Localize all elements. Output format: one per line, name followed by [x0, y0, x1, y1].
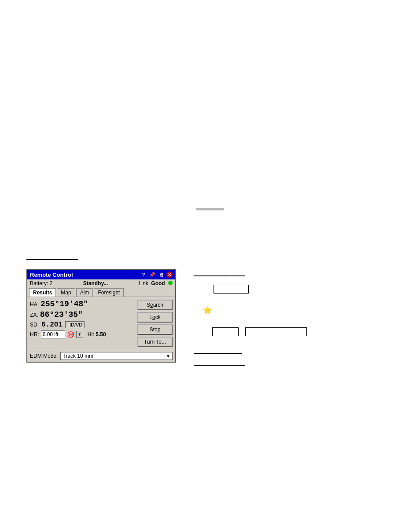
- rc-hr-row: HR: 🎯 ▼ HI: 5.50: [30, 330, 135, 338]
- rc-close-button[interactable]: ✕: [166, 272, 173, 278]
- rc-link-dot: [168, 281, 173, 285]
- rc-title: Remote Control: [30, 272, 140, 278]
- rc-copy-icon[interactable]: ⎘: [158, 271, 165, 278]
- star-icon: ⭐: [203, 303, 212, 317]
- bottom-link2[interactable]: _______________: [194, 358, 394, 366]
- rc-hr-input[interactable]: [41, 330, 65, 338]
- rc-ha-row: HA: 255°19'48": [30, 300, 135, 308]
- rc-sd-label: SD:: [30, 322, 39, 328]
- bullet3-text-before: [203, 327, 210, 338]
- rc-edm-label: EDM Mode:: [30, 353, 58, 359]
- rc-edm-arrow-icon: ▼: [166, 354, 170, 359]
- page-content: ________ _______________ Remote Control …: [0, 0, 420, 383]
- rc-ha-label: HA:: [30, 301, 39, 308]
- rc-hr-icon: 🎯: [67, 331, 74, 338]
- tab-map[interactable]: Map: [57, 288, 75, 297]
- spacer2: [26, 213, 394, 239]
- rc-ha-value: 255°19'48": [41, 300, 88, 308]
- bottom-link1-text: ______________: [194, 346, 242, 354]
- rc-battery-label: Battery: 2: [30, 280, 52, 286]
- bullet3-input2[interactable]: [245, 327, 307, 336]
- rc-tabs: Results Map Aim Foresight: [27, 287, 175, 297]
- centered-link1-text: ________: [196, 202, 224, 210]
- rc-measurements: HA: 255°19'48" ZA: 86°23'35" SD: 6.201 H…: [30, 300, 135, 347]
- section-underline-heading: _______________: [26, 253, 394, 260]
- rc-titlebar: Remote Control ? 📌 ⎘ ✕: [27, 270, 175, 279]
- rc-help-icon[interactable]: ?: [140, 271, 147, 278]
- main-section: Remote Control ? 📌 ⎘ ✕ Battery: 2 Standb…: [26, 269, 394, 366]
- section-underline-text: _______________: [26, 253, 78, 260]
- bottom-link1[interactable]: ______________: [194, 346, 394, 354]
- bullet1-text-before: [203, 283, 211, 294]
- rc-link-status: Link: Good: [139, 280, 173, 286]
- list-item-2: ⭐: [203, 303, 394, 317]
- rc-edm-dropdown[interactable]: Track 10 mm ▼: [60, 352, 173, 360]
- rc-edm-row: EDM Mode: Track 10 mm ▼: [27, 350, 175, 362]
- rc-hi-label: HI: 5.50: [88, 331, 106, 338]
- rc-za-value: 86°23'35": [40, 310, 83, 319]
- rc-za-label: ZA:: [30, 312, 38, 318]
- bullet-list: ⭐: [194, 283, 394, 338]
- top-spacer: [26, 18, 394, 202]
- rc-hr-dropdown[interactable]: ▼: [76, 331, 83, 338]
- tab-foresight[interactable]: Foresight: [94, 288, 124, 297]
- centered-link1[interactable]: ________: [26, 202, 394, 210]
- rc-hdvd-button[interactable]: HD/VD: [65, 321, 85, 328]
- rc-statusbar: Battery: 2 Standby... Link: Good: [27, 279, 175, 287]
- bullet1-input[interactable]: [214, 285, 249, 294]
- rc-pin-icon[interactable]: 📌: [149, 271, 156, 278]
- rc-sd-row: SD: 6.201 HD/VD: [30, 321, 135, 329]
- list-item-1: [203, 283, 394, 294]
- bullet3-input1[interactable]: [212, 327, 239, 336]
- rc-search-button[interactable]: Search: [137, 300, 173, 310]
- tab-aim[interactable]: Aim: [76, 288, 93, 297]
- rc-stop-button[interactable]: Stop: [137, 324, 173, 335]
- rc-lock-button[interactable]: Lock: [137, 312, 173, 323]
- rc-hr-label: HR:: [30, 331, 39, 338]
- rc-turnto-button[interactable]: Turn To...: [137, 337, 173, 347]
- right-heading-text: _______________: [194, 269, 245, 276]
- bullet3-spacer: [241, 327, 243, 338]
- rc-edm-value: Track 10 mm: [63, 353, 93, 359]
- rc-za-row: ZA: 86°23'35": [30, 310, 135, 319]
- rc-standby-text: Standby...: [56, 280, 135, 286]
- rc-titlebar-icons: ? 📌 ⎘ ✕: [140, 271, 173, 278]
- list-item-3: [203, 327, 394, 338]
- right-heading: _______________: [194, 269, 245, 276]
- rc-buttons: Search Lock Stop Turn To...: [137, 300, 173, 347]
- remote-control-window: Remote Control ? 📌 ⎘ ✕ Battery: 2 Standb…: [26, 269, 176, 363]
- bottom-link2-text: _______________: [194, 358, 245, 366]
- rc-body: HA: 255°19'48" ZA: 86°23'35" SD: 6.201 H…: [27, 297, 175, 350]
- rc-sd-value: 6.201: [41, 321, 63, 329]
- tab-results[interactable]: Results: [29, 288, 56, 297]
- right-section: _______________ ⭐: [194, 269, 394, 366]
